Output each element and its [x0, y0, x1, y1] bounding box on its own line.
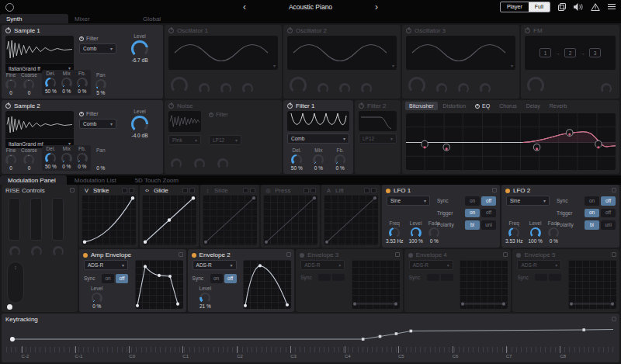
grid-mode-icon[interactable] — [310, 188, 316, 193]
delay-knob[interactable]: Del.50 % — [45, 147, 57, 169]
tab-5d-touch-zoom[interactable]: 5D Touch Zoom — [127, 175, 189, 185]
knob-dial[interactable] — [313, 154, 324, 165]
knob-dial[interactable] — [31, 246, 42, 257]
knob-dial[interactable] — [23, 154, 34, 165]
fm-operator-3[interactable]: 3 — [589, 48, 601, 57]
options-icon[interactable] — [70, 188, 75, 192]
sync-on-button[interactable]: on — [102, 274, 114, 283]
knob-dial[interactable] — [242, 83, 253, 94]
oscillator-wave-display[interactable]: ▾ — [287, 36, 397, 70]
power-icon[interactable] — [168, 103, 174, 109]
expand-icon[interactable] — [612, 188, 616, 192]
knob-dial[interactable] — [436, 83, 447, 94]
sync-on-button[interactable]: on — [210, 274, 223, 283]
grid-mode-icon[interactable] — [189, 188, 195, 193]
knob-dial[interactable] — [131, 40, 148, 57]
power-icon[interactable] — [525, 28, 530, 33]
knob-dial[interactable] — [527, 77, 544, 94]
tab-mixer[interactable]: Mixer — [68, 14, 137, 23]
filter-power-icon[interactable] — [209, 113, 213, 117]
power-icon[interactable] — [168, 28, 174, 33]
glide-curve-display[interactable] — [142, 195, 196, 245]
menu-icon[interactable] — [608, 4, 616, 9]
env-level-knob[interactable]: Level21 % — [199, 286, 212, 309]
feedback-knob[interactable]: Fb.0 % — [77, 71, 88, 94]
speaker-icon[interactable] — [574, 3, 583, 11]
curve-mode-icon[interactable] — [304, 188, 309, 193]
power-icon[interactable] — [287, 103, 293, 109]
knob-dial[interactable] — [361, 83, 372, 94]
lfo-wave-select[interactable]: Sine▾ — [506, 196, 550, 206]
envelope-display[interactable] — [352, 260, 400, 309]
xy-handle[interactable] — [7, 304, 12, 310]
coarse-knob[interactable]: Coarse0 — [21, 148, 37, 171]
full-mode-button[interactable]: Full — [529, 2, 550, 11]
tab-global[interactable]: Global — [137, 14, 205, 23]
knob-dial[interactable] — [131, 116, 148, 133]
expand-icon[interactable] — [612, 252, 616, 257]
knob-dial[interactable] — [5, 79, 16, 90]
keyboard-ruler[interactable]: C-2 C-1 C0 C1 C2 C3 C4 C5 C6 C7 C8 — [6, 346, 615, 361]
knob-dial[interactable] — [199, 83, 210, 94]
oscillator-wave-display[interactable]: ▾ — [168, 36, 278, 70]
knob-dial[interactable] — [335, 154, 345, 165]
pan-knob[interactable]: Pan0 % — [95, 148, 106, 171]
warning-icon[interactable] — [591, 3, 600, 11]
copy-icon[interactable] — [558, 3, 566, 11]
knob-dial[interactable] — [199, 293, 210, 303]
knob-dial[interactable] — [77, 153, 88, 164]
fm-routing-display[interactable]: 1 → 2 → 3 — [525, 36, 616, 70]
xy-touch-strip[interactable]: ↕ — [7, 262, 24, 303]
sync-off-button[interactable]: off — [601, 196, 616, 206]
knob-dial[interactable] — [408, 77, 425, 94]
knob-dial[interactable] — [95, 79, 106, 90]
power-icon[interactable] — [5, 28, 11, 33]
lfo-enable-dot[interactable] — [505, 189, 510, 193]
envelope-enable-dot[interactable] — [516, 253, 521, 258]
rise-slider-1[interactable] — [9, 198, 20, 241]
knob-dial[interactable] — [45, 153, 56, 164]
trigger-off-button[interactable]: off — [481, 209, 496, 218]
polarity-bi-button[interactable]: bi — [585, 220, 599, 230]
tab-eq[interactable]: EQ — [471, 102, 494, 110]
next-preset-button[interactable]: › — [375, 2, 378, 12]
curve-mode-icon[interactable] — [122, 188, 127, 193]
filter-power-icon[interactable] — [79, 112, 84, 116]
rise-slider-2[interactable] — [30, 198, 42, 241]
envelope-display[interactable] — [460, 260, 508, 309]
filter-type-select[interactable]: Comb▾ — [79, 43, 116, 54]
knob-dial[interactable] — [290, 77, 307, 94]
grid-mode-icon[interactable] — [250, 188, 255, 193]
press-curve-display[interactable] — [263, 195, 317, 245]
mix-knob[interactable]: Mix0 % — [313, 148, 324, 171]
pan-knob[interactable]: Pan5 % — [95, 73, 106, 95]
sync-off-button[interactable] — [332, 274, 345, 281]
knob-dial[interactable] — [339, 83, 350, 94]
sync-on-button[interactable]: on — [465, 196, 480, 206]
tab-modulation-list[interactable]: Modulation List — [67, 175, 127, 185]
strike-curve-display[interactable] — [82, 195, 136, 245]
tab-reverb[interactable]: Reverb — [546, 102, 571, 110]
tab-bitcrusher[interactable]: Bitcrusher — [405, 102, 438, 110]
feedback-knob[interactable]: Fb.0 % — [77, 147, 88, 169]
knob-dial[interactable] — [389, 227, 400, 238]
knob-dial[interactable] — [217, 158, 228, 169]
knob-dial[interactable] — [5, 154, 16, 165]
sync-off-button[interactable]: off — [481, 196, 496, 206]
envelope-mode-select[interactable]: ADS-R▾ — [300, 260, 345, 270]
filter-type-select[interactable]: LP12▾ — [359, 133, 397, 144]
envelope-mode-select[interactable]: ADS-R▾ — [409, 260, 453, 270]
sync-off-button[interactable]: off — [116, 274, 128, 283]
filter-curve-display[interactable] — [359, 111, 397, 131]
expand-icon[interactable] — [503, 252, 508, 257]
sync-off-button[interactable] — [441, 274, 453, 281]
envelope-enable-dot[interactable] — [408, 253, 413, 258]
tab-chorus[interactable]: Chorus — [495, 102, 521, 110]
envelope-display[interactable] — [135, 260, 183, 309]
feedback-knob[interactable]: Fb.0 % — [335, 148, 345, 171]
knob-dial[interactable] — [45, 78, 56, 88]
delay-knob[interactable]: Del.50 % — [291, 148, 303, 171]
envelope-mode-select[interactable]: ADS-R▾ — [84, 260, 128, 270]
sample-waveform-display[interactable]: ItalianGrand ff▾ — [5, 36, 74, 73]
envelope-enable-dot[interactable] — [83, 253, 88, 258]
